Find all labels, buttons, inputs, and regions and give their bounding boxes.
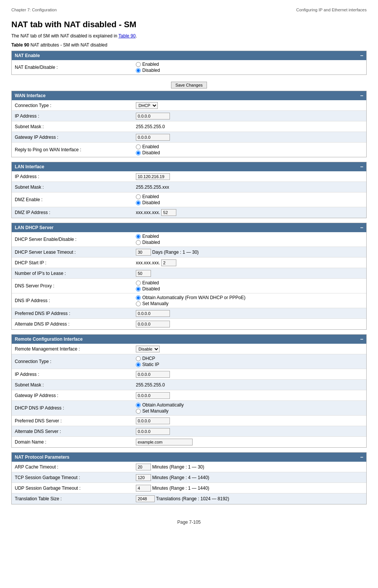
lan-dmz-enabled-radio[interactable] — [136, 194, 141, 199]
remote-ip-address-input[interactable] — [136, 371, 170, 378]
udp-session-label: UDP Session Garbage Timeout : — [12, 484, 133, 492]
remote-connection-radio-group: DHCP Static IP — [136, 356, 363, 367]
translation-table-value: Translations (Range : 1024 — 8192) — [133, 494, 366, 504]
dhcp-lease-timeout-row: DHCP Server Lease Timeout : Days (Range … — [12, 247, 366, 258]
wan-ip-address-input[interactable] — [136, 113, 170, 119]
dhcp-enable-value: Enabled Disabled — [133, 232, 366, 247]
remote-ip-address-row: IP Address : — [12, 369, 366, 380]
dhcp-lease-timeout-input[interactable] — [136, 249, 151, 256]
wan-ping-enabled-radio[interactable] — [136, 144, 141, 149]
dns-ip-radio-group: Obtain Automatically (From WAN DHCP or P… — [136, 295, 363, 306]
lan-dhcp-collapse-icon[interactable]: − — [360, 225, 363, 231]
dns-ip-auto-radio[interactable] — [136, 295, 141, 300]
wan-ping-enabled-option: Enabled — [136, 144, 363, 149]
tcp-session-input[interactable] — [136, 474, 151, 481]
dns-proxy-enabled-label: Enabled — [142, 280, 159, 285]
preferred-dns-ip-input[interactable] — [136, 310, 170, 317]
table-caption: Table 90 NAT attributes - SM with NAT di… — [11, 42, 367, 48]
remote-config-title: Remote Configuration Interface — [15, 337, 82, 342]
lan-dhcp-header: LAN DHCP Server − — [12, 223, 366, 232]
remote-preferred-dns-value — [133, 416, 366, 426]
lan-dmz-ip-row: DMZ IP Address : xxx.xxx.xxx. — [12, 207, 366, 218]
nat-enabled-radio[interactable] — [136, 62, 141, 67]
dhcp-disabled-option: Disabled — [136, 240, 363, 245]
remote-config-collapse-icon[interactable]: − — [360, 336, 363, 342]
remote-alternate-dns-input[interactable] — [136, 428, 170, 435]
lan-dmz-enabled-option: Enabled — [136, 194, 363, 199]
udp-session-input[interactable] — [136, 485, 151, 492]
dns-proxy-enabled-radio[interactable] — [136, 281, 141, 285]
remote-subnet-mask-row: Subnet Mask : 255.255.255.0 — [12, 380, 366, 390]
nat-enable-radio-group: Enabled Disabled — [136, 62, 363, 73]
lan-dmz-disabled-radio[interactable] — [136, 200, 141, 205]
dhcp-lease-timeout-label: DHCP Server Lease Timeout : — [12, 248, 133, 256]
lan-subnet-mask-value: 255.255.255.xxx — [133, 183, 366, 191]
lan-collapse-icon[interactable]: − — [360, 164, 363, 170]
dhcp-disabled-label: Disabled — [142, 240, 160, 245]
nat-enable-body: NAT Enable/Disable : Enabled Disabled — [12, 60, 366, 74]
lan-interface-header: LAN Interface − — [12, 162, 366, 171]
dns-proxy-row: DNS Server Proxy : Enabled Disabled — [12, 279, 366, 293]
remote-dns-manual-radio[interactable] — [136, 409, 141, 414]
dns-proxy-disabled-option: Disabled — [136, 286, 363, 292]
dhcp-disabled-radio[interactable] — [136, 240, 141, 245]
remote-dns-auto-radio[interactable] — [136, 403, 141, 408]
remote-preferred-dns-input[interactable] — [136, 417, 170, 424]
wan-gateway-ip-input[interactable] — [136, 134, 170, 141]
arp-cache-input[interactable] — [136, 464, 151, 470]
translation-table-input[interactable] — [136, 495, 155, 502]
remote-mgmt-select[interactable]: Disable — [136, 346, 160, 352]
remote-gateway-ip-label: Gateway IP Address : — [12, 391, 133, 400]
wan-connection-type-select[interactable]: DHCP — [136, 102, 158, 109]
lan-ip-address-label: IP Address : — [12, 172, 133, 181]
dns-proxy-radio-group: Enabled Disabled — [136, 280, 363, 292]
dhcp-lease-timeout-suffix: Days (Range : 1 — 30) — [152, 250, 199, 255]
dhcp-enable-label: DHCP Server Enable/Disable : — [12, 235, 133, 244]
remote-alternate-dns-value — [133, 427, 366, 436]
dhcp-num-ips-label: Number of IP's to Lease : — [12, 269, 133, 278]
dhcp-enabled-label: Enabled — [142, 234, 159, 239]
section-label: Configuring IP and Ethernet interfaces — [296, 8, 367, 12]
dhcp-enabled-radio[interactable] — [136, 234, 141, 239]
dhcp-num-ips-input[interactable] — [136, 270, 151, 277]
nat-protocol-collapse-icon[interactable]: − — [360, 454, 363, 460]
save-changes-button[interactable]: Save Changes — [171, 82, 207, 88]
arp-cache-label: ARP Cache Timeout : — [12, 463, 133, 471]
alternate-dns-ip-row: Alternate DNS IP Address : — [12, 319, 366, 329]
lan-dmz-enabled-label: Enabled — [142, 194, 159, 199]
tcp-session-row: TCP Session Garbage Timeout : Minutes (R… — [12, 472, 366, 483]
nat-enable-collapse-icon[interactable]: − — [360, 53, 363, 59]
lan-interface-body: IP Address : Subnet Mask : 255.255.255.x… — [12, 171, 366, 218]
chapter-label: Chapter 7: Configuration — [11, 8, 57, 12]
dhcp-start-ip-input[interactable] — [161, 259, 176, 266]
wan-collapse-icon[interactable]: − — [360, 93, 363, 99]
arp-cache-range: Minutes (Range : 1 — 30) — [152, 464, 204, 470]
wan-connection-type-value: DHCP — [133, 101, 366, 110]
alternate-dns-ip-input[interactable] — [136, 321, 170, 327]
lan-dmz-ip-input[interactable] — [161, 209, 176, 216]
remote-ip-address-value — [133, 369, 366, 379]
translation-table-label: Translation Table Size : — [12, 495, 133, 503]
lan-dmz-enable-label: DMZ Enable : — [12, 195, 133, 204]
lan-dmz-enable-value: Enabled Disabled — [133, 192, 366, 207]
wan-ping-value: Enabled Disabled — [133, 143, 366, 157]
remote-dhcp-dns-radio-group: Obtain Automatically Set Manually — [136, 402, 363, 414]
remote-gateway-ip-input[interactable] — [136, 392, 170, 399]
alternate-dns-ip-value — [133, 319, 366, 329]
remote-dhcp-radio[interactable] — [136, 356, 141, 361]
page-number: Page 7-105 — [177, 520, 201, 525]
dns-proxy-value: Enabled Disabled — [133, 279, 366, 293]
nat-disabled-radio[interactable] — [136, 68, 141, 73]
dns-ip-manual-radio[interactable] — [136, 301, 141, 306]
lan-ip-address-input[interactable] — [136, 173, 170, 180]
dns-ip-auto-label: Obtain Automatically (From WAN DHCP or P… — [142, 295, 246, 300]
dns-proxy-disabled-radio[interactable] — [136, 287, 141, 292]
dns-ip-address-value: Obtain Automatically (From WAN DHCP or P… — [133, 293, 366, 308]
remote-domain-name-input[interactable] — [136, 439, 193, 445]
remote-dhcp-dns-row: DHCP DNS IP Address : Obtain Automatical… — [12, 401, 366, 416]
remote-subnet-mask-value: 255.255.255.0 — [133, 381, 366, 389]
remote-connection-type-row: Connection Type : DHCP Static IP — [12, 354, 366, 369]
wan-ping-disabled-radio[interactable] — [136, 150, 141, 155]
remote-static-radio[interactable] — [136, 362, 141, 367]
lan-dhcp-body: DHCP Server Enable/Disable : Enabled Dis… — [12, 232, 366, 329]
